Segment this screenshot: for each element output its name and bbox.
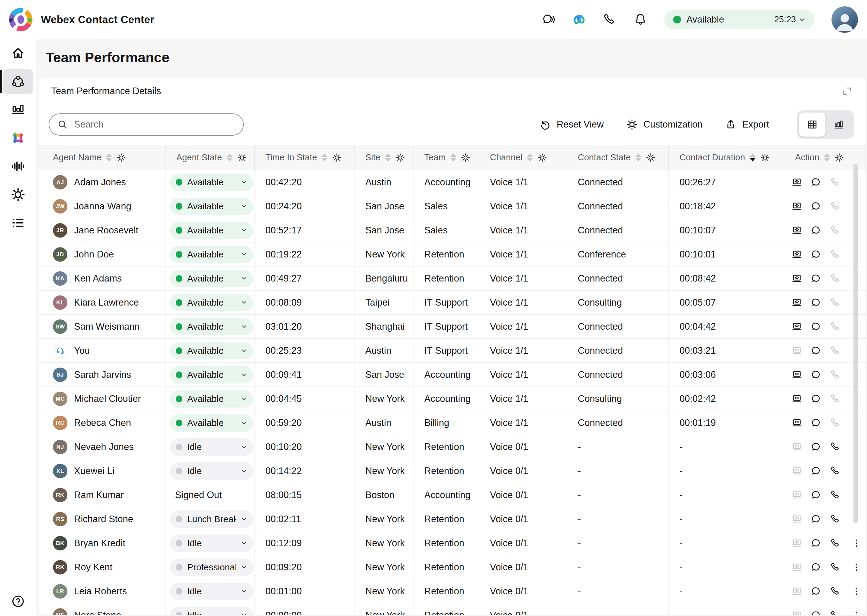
chat-icon[interactable] [807,442,826,453]
agent-state-dropdown[interactable]: Available [170,270,253,287]
vertical-scrollbar[interactable] [853,163,858,523]
sort-button[interactable] [322,153,327,162]
user-avatar[interactable] [831,6,858,33]
column-settings-gear-icon[interactable] [646,153,655,162]
chat-icon[interactable] [807,369,826,380]
search-input[interactable] [49,113,244,136]
call-icon[interactable] [826,610,845,615]
call-icon[interactable] [826,586,845,597]
agent-state-dropdown[interactable]: Available [170,174,253,191]
monitor-icon[interactable] [787,418,807,428]
agent-state-dropdown[interactable]: Professional.. [170,559,253,576]
sidebar-item-cx-essentials[interactable] [0,124,36,152]
agent-state-dropdown[interactable]: Available [170,198,253,215]
chat-icon[interactable] [807,177,826,188]
sort-button[interactable] [385,153,390,162]
chat-icon[interactable] [807,273,826,284]
chat-icon[interactable] [807,345,826,356]
chat-icon[interactable] [807,418,826,428]
monitor-icon[interactable] [787,273,807,284]
column-settings-gear-icon[interactable] [332,153,341,162]
chat-icon[interactable] [807,562,826,573]
chat-icon[interactable] [807,249,826,260]
agent-state-dropdown[interactable]: Lunch Break [170,511,253,528]
table-view-toggle[interactable] [799,113,826,137]
call-icon[interactable] [826,562,845,573]
agent-state-dropdown[interactable]: Idle [170,534,253,552]
sidebar-item-team-performance[interactable] [0,68,36,96]
notifications-bell-icon[interactable] [634,13,647,27]
column-settings-gear-icon[interactable] [538,153,547,162]
agent-state-dropdown[interactable]: Available [170,390,253,407]
export-button[interactable]: Export [725,118,769,130]
monitor-icon[interactable] [787,393,807,404]
call-icon[interactable] [826,538,845,548]
monitor-icon[interactable] [787,321,807,332]
sidebar-item-settings[interactable] [0,181,36,209]
monitor-icon[interactable] [787,249,807,260]
sort-button[interactable] [527,153,533,162]
customization-button[interactable]: Customization [626,118,702,130]
sort-button[interactable] [450,153,456,162]
phone-icon[interactable] [603,13,617,27]
call-icon[interactable] [826,490,845,501]
agent-state-dropdown[interactable]: Idle [170,607,253,615]
chat-icon[interactable] [807,514,826,525]
chat-icon[interactable] [807,225,826,236]
sidebar-item-home[interactable] [0,39,36,68]
chat-icon[interactable] [807,490,826,501]
sort-button[interactable] [636,153,641,162]
more-actions-icon[interactable] [848,610,865,615]
agent-state-dropdown[interactable]: Idle [170,462,253,480]
agent-state-dropdown[interactable]: Available [170,222,253,239]
call-icon[interactable] [826,442,845,453]
agent-state-dropdown[interactable]: Available [170,342,253,360]
agent-state-dropdown[interactable]: Available [170,366,253,383]
column-settings-gear-icon[interactable] [834,153,844,162]
chat-icon[interactable] [807,393,826,404]
audio-chat-icon[interactable] [541,13,555,27]
chart-view-toggle[interactable] [826,113,852,137]
agent-state-dropdown[interactable]: Available [170,414,253,432]
monitor-icon[interactable] [787,177,807,188]
agent-status-dropdown[interactable]: Available 25:23 [664,10,815,29]
chat-icon[interactable] [807,586,826,597]
sort-button[interactable] [227,153,232,162]
chat-icon[interactable] [807,297,826,308]
monitor-icon[interactable] [787,297,807,308]
call-icon[interactable] [826,466,845,476]
column-settings-gear-icon[interactable] [116,153,126,162]
search-field[interactable] [74,119,235,130]
chat-icon[interactable] [807,201,826,212]
reset-view-button[interactable]: Reset View [539,118,604,130]
call-icon[interactable] [826,514,845,525]
monitor-icon[interactable] [787,369,807,380]
column-settings-gear-icon[interactable] [237,153,247,162]
column-settings-gear-icon[interactable] [760,153,770,162]
monitor-icon[interactable] [787,225,807,236]
sidebar-help-button[interactable] [0,591,36,612]
sidebar-item-task-list[interactable] [0,209,36,237]
chat-icon[interactable] [807,538,826,548]
more-actions-icon[interactable] [848,586,865,597]
sort-button[interactable] [106,153,112,162]
more-actions-icon[interactable] [848,562,865,573]
agent-state-dropdown[interactable]: Idle [170,438,253,456]
column-settings-gear-icon[interactable] [395,153,405,162]
monitor-icon[interactable] [787,201,807,212]
chat-icon[interactable] [807,610,826,615]
agent-state-dropdown[interactable]: Available [170,246,253,263]
sort-button[interactable] [824,153,830,162]
expand-button[interactable] [842,85,853,97]
sort-button[interactable] [750,153,755,162]
sidebar-item-analytics[interactable] [0,96,36,124]
column-settings-gear-icon[interactable] [461,153,470,162]
chat-icon[interactable] [807,321,826,332]
agent-state-dropdown[interactable]: Available [170,318,253,335]
webex-app-icon[interactable] [572,13,586,27]
chat-icon[interactable] [807,466,826,476]
agent-state-dropdown[interactable]: Available [170,294,253,311]
more-actions-icon[interactable] [848,538,865,548]
sidebar-item-voice-channels[interactable] [0,152,36,181]
agent-state-dropdown[interactable]: Idle [170,583,253,600]
